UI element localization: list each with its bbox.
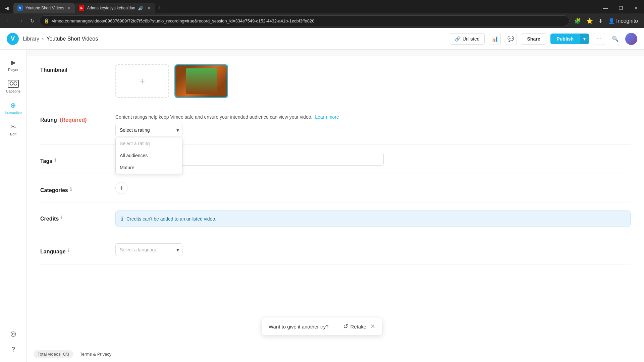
edit-icon: ✂ — [10, 123, 16, 131]
compass-icon: ◎ — [10, 329, 16, 338]
publish-group: Publish ▾ — [550, 34, 589, 44]
search-button[interactable]: 🔍 — [609, 33, 621, 45]
credits-section: Credits ℹ ℹ Credits can't be added to an… — [40, 202, 631, 235]
forward-button[interactable]: → — [16, 16, 25, 25]
rating-dropdown-mature[interactable]: Mature — [116, 162, 182, 174]
tab-2-close[interactable]: ✕ — [147, 5, 151, 11]
sidebar-captions-label: Captions — [6, 89, 20, 93]
breadcrumb-library[interactable]: Library — [23, 36, 39, 42]
url-text: vimeo.com/manage/videos/896376989/72fd7f… — [52, 18, 565, 23]
tab-1-title: Youtube Short Videos — [25, 6, 64, 10]
upload-plus-icon: + — [140, 76, 145, 86]
credits-info-icon-blue: ℹ — [121, 216, 123, 222]
sidebar-item-interactive[interactable]: ⊕ Interactive — [2, 98, 25, 118]
more-options-button[interactable]: ··· — [593, 33, 605, 45]
vimeo-logo[interactable]: V — [7, 33, 19, 45]
comments-button[interactable]: 💬 — [505, 33, 517, 45]
captions-icon: CC — [8, 80, 19, 88]
rating-learn-more-link[interactable]: Learn more — [315, 114, 339, 120]
toast-message: Want to give it another try? — [269, 324, 339, 329]
back-button[interactable]: ← — [4, 16, 13, 25]
language-select[interactable]: Select a language — [115, 243, 182, 256]
sidebar-item-edit[interactable]: ✂ Edit — [2, 119, 25, 139]
bookmark-button[interactable]: ⭐ — [584, 16, 595, 25]
thumbnail-section: Thumbnail + — [40, 56, 631, 106]
language-section: Language ℹ Select a language ▾ — [40, 235, 631, 264]
sidebar-edit-label: Edit — [10, 132, 16, 136]
rating-dropdown-menu: Select a rating All audiences Mature — [115, 137, 182, 174]
toast-notification: Want to give it another try? ↺ Retake ✕ — [262, 318, 382, 335]
toast-close-button[interactable]: ✕ — [370, 323, 375, 330]
publish-button[interactable]: Publish — [550, 34, 580, 44]
user-avatar[interactable] — [625, 33, 637, 45]
restore-button[interactable]: ❐ — [613, 1, 629, 15]
retake-label: Retake — [350, 324, 366, 329]
breadcrumb: Library › Youtube Short Videos — [23, 36, 98, 42]
sidebar-compass-button[interactable]: ◎ — [2, 326, 25, 341]
thumbnail-image — [175, 65, 227, 97]
help-icon: ? — [11, 346, 15, 353]
categories-info-icon[interactable]: ℹ — [70, 186, 72, 192]
breadcrumb-separator: › — [42, 36, 44, 42]
categories-add-button[interactable]: + — [115, 182, 127, 194]
rating-description: Content ratings help keep Vimeo safe and… — [115, 114, 631, 120]
thumbnail-label: Thumbnail — [40, 64, 107, 73]
publish-dropdown-arrow[interactable]: ▾ — [580, 34, 589, 44]
rating-select-wrapper: Select a rating All audiences Mature ▾ S… — [115, 124, 182, 136]
tags-label: Tags — [40, 156, 52, 164]
categories-content: + — [115, 182, 631, 194]
toast-retake-button[interactable]: ↺ Retake — [343, 323, 366, 330]
language-select-wrapper: Select a language ▾ — [115, 243, 182, 256]
language-info-icon[interactable]: ℹ — [68, 248, 69, 253]
sidebar-help-button[interactable]: ? — [2, 342, 25, 357]
content-area: Thumbnail + — [27, 50, 644, 362]
browser-tab-2[interactable]: ▶ Adana keyfasya kebap'dan 🔊 ✕ — [75, 3, 155, 13]
thumbnail-preview[interactable] — [174, 64, 228, 98]
terms-privacy-link[interactable]: Terms & Privacy — [80, 352, 111, 357]
total-videos-badge[interactable]: Total videos 0/3 — [34, 350, 73, 358]
categories-label: Categories — [40, 185, 68, 193]
language-content: Select a language ▾ — [115, 243, 631, 256]
language-label: Language — [40, 246, 66, 255]
new-tab-button[interactable]: + — [155, 5, 164, 12]
rating-required-badge: (Required) — [60, 117, 87, 123]
tab-2-favicon: ▶ — [79, 5, 84, 11]
thumbnail-upload-button[interactable]: + — [115, 64, 169, 98]
download-button[interactable]: ⬇ — [596, 16, 605, 25]
interactive-icon: ⊕ — [10, 101, 16, 109]
analytics-button[interactable]: 📊 — [489, 33, 501, 45]
rating-content: Content ratings help keep Vimeo safe and… — [115, 114, 631, 136]
credits-notice-box: ℹ Credits can't be added to an unlisted … — [115, 210, 631, 227]
total-videos-value: 0/3 — [63, 352, 69, 357]
minimize-button[interactable]: — — [598, 1, 613, 15]
credits-info-icon[interactable]: ℹ — [61, 215, 62, 220]
tab-1-favicon: V — [17, 5, 23, 11]
rating-desc-text: Content ratings help keep Vimeo safe and… — [115, 114, 312, 120]
credits-notice-text: Credits can't be added to an unlisted vi… — [126, 216, 216, 222]
reload-button[interactable]: ↻ — [28, 16, 37, 25]
categories-section: Categories ℹ + — [40, 174, 631, 202]
sidebar: ▶ Player CC Captions ⊕ Interactive ✂ Edi… — [0, 50, 27, 362]
tab-2-title: Adana keyfasya kebap'dan — [87, 6, 135, 10]
player-icon: ▶ — [11, 58, 16, 66]
browser-tab-1[interactable]: V Youtube Short Videos ✕ — [13, 3, 75, 13]
lock-icon: 🔒 — [44, 18, 49, 23]
top-nav: V Library › Youtube Short Videos 🔗 Unlis… — [0, 28, 644, 50]
rating-select[interactable]: Select a rating All audiences Mature — [115, 124, 182, 136]
sidebar-item-player[interactable]: ▶ Player — [2, 55, 25, 75]
share-button[interactable]: Share — [521, 33, 547, 45]
tags-info-icon[interactable]: ℹ — [54, 157, 56, 163]
footer-bar: Total videos 0/3 Terms & Privacy — [27, 346, 644, 362]
total-videos-label: Total videos — [38, 352, 61, 357]
address-bar[interactable]: 🔒 vimeo.com/manage/videos/896376989/72fd… — [39, 15, 570, 26]
extensions-button[interactable]: 🧩 — [572, 16, 583, 25]
tab-1-close[interactable]: ✕ — [67, 5, 71, 11]
rating-dropdown-placeholder[interactable]: Select a rating — [116, 137, 182, 149]
tags-content — [115, 153, 631, 166]
rating-label-text: Rating — [40, 117, 57, 123]
sidebar-item-captions[interactable]: CC Captions — [2, 76, 25, 97]
unlisted-button[interactable]: 🔗 Unlisted — [450, 33, 485, 45]
profile-menu-button[interactable]: 👤 Incognito — [606, 16, 640, 25]
close-button[interactable]: ✕ — [629, 1, 644, 15]
rating-dropdown-all-audiences[interactable]: All audiences — [116, 149, 182, 162]
